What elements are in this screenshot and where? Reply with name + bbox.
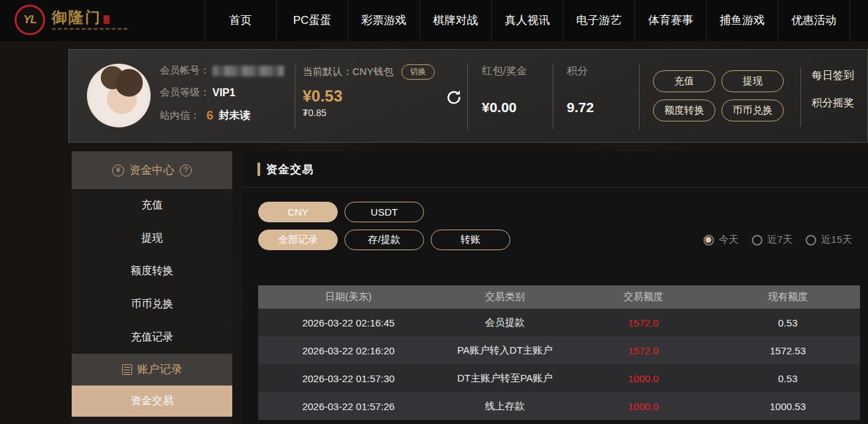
bonus-value: ¥0.00 [482,100,527,115]
table-row[interactable]: 2026-03-22 01:57:30 DT主账户转至PA账户 1000.0 0… [258,364,860,392]
bonus-label: 红包/奖金 [482,64,527,78]
inbox-unread-count[interactable]: 6 [206,108,214,123]
table-header-cell: 日期(美东) [258,291,439,303]
cell-type: 会员提款 [439,317,571,329]
wallet-action-button[interactable]: 提现 [721,70,784,92]
table-header-cell: 交易类别 [439,291,571,303]
wallet-action-button[interactable]: 币币兑换 [721,100,784,121]
level-value: VIP1 [212,87,236,99]
logo-text: 御隆门 [52,10,102,25]
table-row[interactable]: 2026-03-22 01:57:26 线上存款 1000.0 1000.53 [258,392,860,420]
nav-item[interactable]: 体育赛事 [634,0,706,41]
wallet-action-button[interactable]: 充值 [653,70,715,92]
quick-link[interactable]: 积分摇奖 [812,96,854,110]
currency-tabs: CNY USDT [258,202,424,222]
sidebar-item-funds-transactions[interactable]: 资金交易 [72,386,232,417]
logo-seal-icon [104,15,109,24]
nav-item[interactable]: 电子游艺 [563,0,634,41]
sidebar-item[interactable]: 提现 [72,222,232,255]
quick-links: 每日签到 积分摇奖 [812,69,854,110]
sidebar-item[interactable]: 币币兑换 [72,288,232,321]
cell-type: PA账户转入DT主账户 [439,344,571,357]
member-account-redacted [212,66,284,76]
sidebar-section-funds: ¥ 资金中心 ? [72,151,232,189]
nav-item[interactable]: 首页 [204,0,276,41]
nav-item[interactable]: A [849,0,868,41]
account-label: 会员帐号： [160,64,210,77]
site-logo[interactable]: YL 御隆门 [15,5,130,35]
wallet-action-buttons: 充值 提现 额度转换 币币兑换 [653,70,784,121]
main-nav: 首页 PC蛋蛋 彩票游戏 棋牌对战 真人视讯 电子游艺 体育赛事 捕鱼游戏 优惠… [204,0,868,41]
table-row[interactable]: 2026-03-22 02:16:20 PA账户转入DT主账户 1572.0 1… [258,336,860,364]
wallet-action-button[interactable]: 额度转换 [653,100,715,121]
date-filter-radio[interactable]: 今天 [703,234,739,246]
cell-balance: 1572.53 [715,345,860,356]
cell-amount: 1572.0 [571,317,716,328]
quick-link[interactable]: 每日签到 [812,69,854,83]
radio-label: 今天 [719,234,739,246]
main-panel: 资金交易 CNY USDT 全部记录 存/提款 转账 今天 [242,151,868,424]
sidebar-funds-items: 充值 提现 额度转换 币币兑换 充值记录 [72,189,232,354]
radio-label: 近7天 [767,234,792,246]
cell-type: DT主账户转至PA账户 [439,372,571,385]
sidebar-section-records: 账户记录 [72,354,232,386]
radio-icon [806,235,816,246]
radio-icon [703,235,714,246]
cell-date: 2026-03-22 02:16:20 [258,345,439,356]
currency-tab[interactable]: USDT [344,202,424,222]
radio-label: 近15天 [821,234,852,246]
wallet-name: CNY钱包 [352,66,394,78]
inbox-label: 站内信： [160,109,200,122]
help-icon[interactable]: ? [180,165,192,177]
cell-amount: 1572.0 [571,345,716,356]
date-filter-radio[interactable]: 近15天 [806,234,852,246]
nav-item[interactable]: 真人视讯 [491,0,563,41]
date-filter-group: 今天 近7天 近15天 [703,234,852,246]
record-type-tab[interactable]: 全部记录 [258,230,338,250]
cell-balance: 1000.53 [715,401,860,412]
refresh-balance-icon[interactable] [444,88,464,108]
table-row[interactable]: 2026-03-22 02:16:45 会员提款 1572.0 0.53 [258,309,860,336]
wallet-balance-usdt: ₮0.85 [303,107,435,118]
currency-tab[interactable]: CNY [258,202,338,222]
divider [467,63,468,129]
date-filter-radio[interactable]: 近7天 [752,234,792,246]
nav-item[interactable]: 捕鱼游戏 [706,0,778,41]
inbox-suffix[interactable]: 封未读 [219,109,251,123]
avatar[interactable] [87,64,151,127]
wallet-balance-cny: ¥0.53 [303,87,435,106]
table-body: 2026-03-22 02:16:45 会员提款 1572.0 0.53 202… [258,309,860,420]
transactions-table: 日期(美东) 交易类别 交易额度 现有额度 2026-03-22 02:16:4… [258,285,860,420]
record-type-tab[interactable]: 转账 [431,230,510,250]
nav-item[interactable]: 彩票游戏 [348,0,419,41]
page-background: YL 御隆门 首页 PC蛋蛋 彩票游戏 棋牌对战 真人视讯 电 [0,0,868,424]
page-title: 资金交易 [266,162,314,177]
coin-icon: ¥ [112,165,124,177]
record-type-tab[interactable]: 存/提款 [344,230,424,250]
nav-item[interactable]: PC蛋蛋 [276,0,348,41]
divider [553,63,553,129]
sidebar-item[interactable]: 充值记录 [72,320,232,354]
table-header-cell: 交易额度 [571,291,716,303]
cell-balance: 0.53 [715,317,860,328]
points-label: 积分 [567,64,594,78]
nav-item[interactable]: 棋牌对战 [419,0,491,41]
cell-amount: 1000.0 [571,401,716,412]
top-navbar: YL 御隆门 首页 PC蛋蛋 彩票游戏 棋牌对战 真人视讯 电 [0,0,868,41]
sidebar-item[interactable]: 额度转换 [72,255,232,288]
nav-item[interactable]: 优惠活动 [778,0,849,41]
user-info-panel: 会员帐号： 会员等级： VIP1 站内信： 6 封未读 当前默认： CNY钱包 … [68,49,868,143]
cell-date: 2026-03-22 01:57:26 [258,401,439,412]
table-header-cell: 现有额度 [715,291,860,303]
sidebar-item[interactable]: 充值 [72,189,232,222]
divider [800,67,801,127]
cell-date: 2026-03-22 01:57:30 [258,373,439,384]
divider [639,63,640,129]
wallet-switch-button[interactable]: 切换 [401,64,435,80]
cell-date: 2026-03-22 02:16:45 [258,317,439,328]
divider [295,63,295,129]
cell-amount: 1000.0 [571,373,716,384]
cell-type: 线上存款 [439,400,571,413]
points-value: 9.72 [567,100,594,115]
radio-icon [752,235,762,246]
